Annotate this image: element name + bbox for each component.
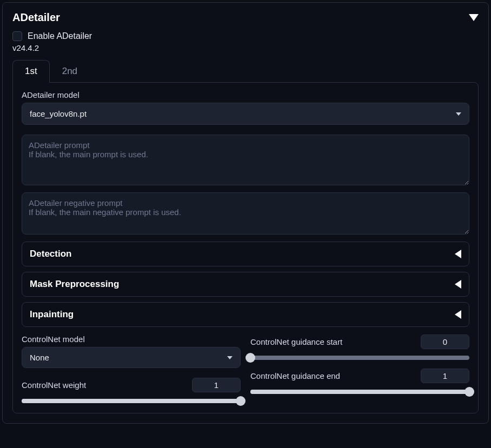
accordion-mask[interactable]: Mask Preprocessing — [22, 272, 469, 297]
cn-left-col: ControlNet model None ControlNet weight … — [22, 335, 241, 403]
model-value: face_yolov8n.pt — [30, 109, 87, 118]
cn-gstart-label: ControlNet guidance start — [250, 337, 342, 346]
cn-weight-label: ControlNet weight — [22, 380, 86, 390]
accordion-mask-title: Mask Preprocessing — [30, 279, 119, 290]
cn-weight-input[interactable]: 1 — [192, 378, 241, 392]
tab-content: ADetailer model face_yolov8n.pt Detectio… — [12, 82, 479, 413]
enable-row: Enable ADetailer — [12, 31, 479, 41]
model-label: ADetailer model — [22, 90, 469, 99]
cn-gstart-input[interactable]: 0 — [421, 335, 469, 349]
cn-gend-slider[interactable] — [250, 390, 469, 394]
version-text: v24.4.2 — [12, 43, 479, 52]
chevron-left-icon — [455, 280, 461, 289]
cn-gend-input[interactable]: 1 — [421, 369, 469, 383]
slider-thumb[interactable] — [465, 387, 474, 397]
cn-model-value: None — [30, 353, 49, 362]
cn-right-col: ControlNet guidance start 0 ControlNet g… — [250, 335, 469, 403]
enable-checkbox[interactable] — [12, 31, 22, 41]
chevron-down-icon — [227, 356, 233, 359]
adetailer-panel: ADetailer Enable ADetailer v24.4.2 1st 2… — [2, 2, 489, 424]
chevron-down-icon — [456, 112, 461, 116]
tabs: 1st 2nd — [12, 60, 479, 82]
accordion-inpainting[interactable]: Inpainting — [22, 302, 469, 327]
cn-gstart-slider[interactable] — [250, 356, 469, 360]
prompt-textarea[interactable] — [22, 135, 469, 185]
slider-thumb[interactable] — [246, 353, 255, 363]
panel-header: ADetailer — [12, 11, 479, 24]
cn-gend-label: ControlNet guidance end — [250, 371, 340, 380]
chevron-left-icon — [455, 310, 461, 319]
chevron-left-icon — [455, 250, 461, 258]
neg-prompt-textarea[interactable] — [22, 192, 469, 235]
enable-label: Enable ADetailer — [28, 31, 92, 41]
model-select[interactable]: face_yolov8n.pt — [22, 103, 469, 125]
collapse-icon[interactable] — [469, 14, 479, 21]
accordion-inpainting-title: Inpainting — [30, 309, 74, 320]
accordion-detection-title: Detection — [30, 249, 71, 259]
cn-weight-slider[interactable] — [22, 399, 241, 403]
accordion-detection[interactable]: Detection — [22, 242, 469, 266]
panel-title: ADetailer — [12, 11, 60, 24]
cn-model-label: ControlNet model — [22, 335, 241, 344]
tab-2nd[interactable]: 2nd — [50, 60, 90, 82]
controlnet-grid: ControlNet model None ControlNet weight … — [22, 335, 469, 403]
cn-model-select[interactable]: None — [22, 347, 241, 368]
tab-1st[interactable]: 1st — [12, 60, 50, 83]
slider-thumb[interactable] — [236, 396, 246, 406]
